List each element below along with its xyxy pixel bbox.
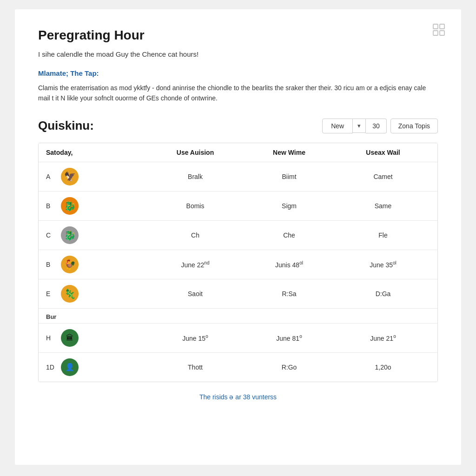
row-letter: B [46,202,55,210]
row-letter: 1D [46,364,55,371]
col-header-4: Useax Wail [336,149,430,156]
col-header-3: New Wime [242,149,336,156]
row-letter: A [46,173,55,180]
table-row[interactable]: E 🦎 Saoit R:Sa D:Ga [39,279,437,308]
cell-new-wime: R:Sa [242,290,336,298]
subtitle-text: I sihe calendle the moad Guy the Chence … [38,50,438,58]
toolbar-icon[interactable] [432,23,447,38]
cell-identity: C 🐉 [46,226,148,244]
avatar: 🦅 [61,168,79,185]
cell-identity: E 🦎 [46,285,148,303]
cell-useax-wail: June 35ol [336,260,430,269]
new-button[interactable]: New [322,119,353,133]
page-container: Peregrating Hour I sihe calendle the moa… [15,9,461,465]
dropdown-button[interactable]: ▾ [353,119,366,133]
table-row[interactable]: C 🐉 Ch Che Fle [39,220,437,250]
avatar: 🐉 [61,197,79,215]
table-row[interactable]: 1D 👤 Thott R:Go 1,20o [39,352,437,382]
cell-new-wime: R:Go [242,364,336,371]
cell-use-auision: June 22nd [148,260,242,269]
footer-link[interactable]: The risids ə ar 38 vunterss [38,393,438,401]
cell-identity: 1D 👤 [46,358,148,376]
section-break-label: Bur [39,308,437,323]
cell-use-auision: Thott [148,364,242,371]
description-text: Clamis the eraterrisation as mod ykktfy … [38,83,438,104]
cell-use-auision: Ch [148,231,242,239]
svg-rect-3 [440,31,444,35]
col-header-2: Use Auision [148,149,242,156]
cell-use-auision: June 15o [148,334,242,342]
quiskinu-title: Quiskinu: [38,119,94,133]
cell-use-auision: Saoit [148,290,242,298]
table-row[interactable]: H 🏛 June 15o June 81o June 21o [39,323,437,352]
col-header-1: Satoday, [46,149,148,156]
data-table: Satoday, Use Auision New Wime Useax Wail… [38,143,438,382]
avatar: 🐓 [61,256,79,273]
row-letter: C [46,231,55,239]
cell-use-auision: Bomis [148,202,242,210]
cell-useax-wail: June 21o [336,334,430,342]
page-title: Peregrating Hour [38,28,438,43]
quiskinu-section: Quiskinu: New ▾ 30 Zona Topis Satoday, U… [38,119,438,382]
cell-new-wime: Sigm [242,202,336,210]
count-button[interactable]: 30 [366,119,387,133]
svg-rect-1 [440,24,444,29]
cell-use-auision: Bralk [148,173,242,180]
cell-identity: H 🏛 [46,329,148,347]
cell-identity: A 🦅 [46,168,148,185]
cell-new-wime: June 81o [242,334,336,342]
cell-useax-wail: Same [336,202,430,210]
row-letter: H [46,334,55,342]
row-letter: E [46,290,55,298]
cell-useax-wail: D:Ga [336,290,430,298]
zona-button[interactable]: Zona Topis [390,119,438,133]
avatar: 🐉 [61,226,79,244]
avatar: 👤 [61,358,79,376]
cell-new-wime: Biimt [242,173,336,180]
quiskinu-header: Quiskinu: New ▾ 30 Zona Topis [38,119,438,133]
cell-new-wime: Junis 48ol [242,260,336,269]
row-letter: B [46,261,55,268]
svg-rect-0 [433,24,438,29]
table-header: Satoday, Use Auision New Wime Useax Wail [39,143,437,162]
cell-identity: B 🐓 [46,256,148,273]
cell-useax-wail: Camet [336,173,430,180]
cell-new-wime: Che [242,231,336,239]
svg-rect-2 [433,31,438,35]
table-row[interactable]: B 🐉 Bomis Sigm Same [39,191,437,220]
cell-identity: B 🐉 [46,197,148,215]
table-row[interactable]: B 🐓 June 22nd Junis 48ol June 35ol [39,250,437,279]
avatar: 🦎 [61,285,79,303]
cell-useax-wail: Fle [336,231,430,239]
section-label: Mlamate; The Tap: [38,69,438,77]
quiskinu-controls: New ▾ 30 Zona Topis [322,119,438,133]
cell-useax-wail: 1,20o [336,364,430,371]
avatar: 🏛 [61,329,79,347]
table-row[interactable]: A 🦅 Bralk Biimt Camet [39,162,437,191]
